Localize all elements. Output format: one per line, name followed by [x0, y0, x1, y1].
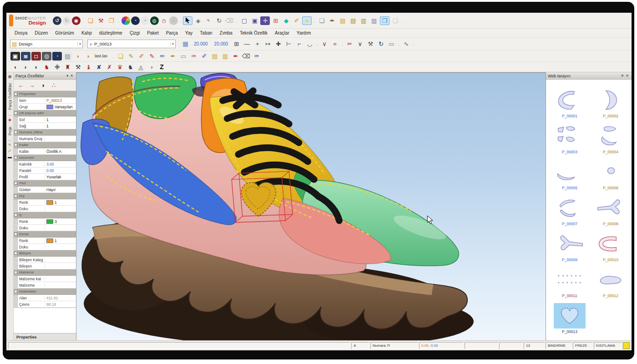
property-value[interactable]: P_00013	[45, 98, 76, 103]
section-header[interactable]: Kenar	[14, 231, 76, 238]
grid-y-value[interactable]: 20.000	[214, 41, 228, 46]
zimba-tee-icon[interactable]: ♛	[115, 63, 125, 71]
thumbnail-shape[interactable]	[554, 231, 586, 257]
zoom-icon[interactable]: ♁	[202, 14, 215, 27]
corner-icon[interactable]: ⌐	[294, 40, 304, 48]
redo-icon[interactable]: ↻	[62, 16, 71, 25]
part-thumbnail-p_00013[interactable]: P_00013	[551, 298, 589, 334]
viewport-3d[interactable]	[76, 72, 546, 340]
team-icon[interactable]: ◍	[42, 52, 51, 61]
part-thumbnail-p_00007[interactable]: P_00007	[551, 190, 589, 226]
nav-forward-icon[interactable]: →	[28, 81, 36, 90]
panel-close-icon[interactable]: ✕	[625, 74, 630, 78]
zimba-claw-icon[interactable]: ♞	[42, 63, 51, 71]
point-grid-icon[interactable]: ⊞	[232, 40, 241, 48]
property-row[interactable]: Renk3	[14, 218, 76, 225]
line-icon[interactable]: —	[242, 40, 252, 48]
add-point-icon[interactable]: +	[253, 40, 262, 48]
knife-icon[interactable]: ✐	[292, 16, 301, 25]
menu-item-ara-lar[interactable]: Araçlar	[271, 30, 293, 35]
status-cell-bindirme[interactable]: BINDIRME	[546, 342, 572, 349]
thumbnail-shape[interactable]	[554, 123, 586, 149]
property-value[interactable]: Varsayılan	[45, 105, 76, 109]
color-swatch[interactable]	[46, 105, 53, 109]
menu-item-g-r-n-m[interactable]: Görünüm	[51, 30, 78, 35]
arc-icon[interactable]: ◡	[305, 40, 314, 48]
pen-blue-icon[interactable]: ✏	[157, 52, 167, 61]
property-row[interactable]: Doku	[14, 225, 76, 231]
doc-cut-icon[interactable]: ▤	[349, 16, 358, 25]
menu-item-z-mba[interactable]: Zımba	[216, 30, 236, 35]
bulb-icon[interactable]: ●	[302, 16, 312, 25]
pencil-green-icon[interactable]: ✎	[8, 143, 12, 147]
menu-item-par-a[interactable]: Parça	[162, 30, 182, 35]
property-row[interactable]: GrupVarsayılan	[14, 104, 76, 110]
section-header[interactable]: çift başına adet	[14, 110, 76, 116]
part-thumbnail-p_00006[interactable]: P_00006	[592, 154, 630, 190]
grid-size-icon[interactable]: ▦	[181, 40, 190, 48]
clock-icon[interactable]: ◷	[160, 16, 168, 25]
property-value[interactable]: 3.00	[45, 162, 76, 167]
zimba-hook2-icon[interactable]: ◗	[21, 63, 30, 71]
color-swatch[interactable]	[46, 219, 53, 224]
new-doc-icon[interactable]: ❏	[317, 16, 327, 25]
abort-icon[interactable]: ◉	[72, 16, 81, 25]
active-part-icon[interactable]: ❒	[380, 16, 389, 25]
render-sphere-icon[interactable]: ◌	[169, 16, 178, 25]
property-value[interactable]: Yuvarlak	[45, 175, 76, 179]
section-header[interactable]: Bileşen	[14, 250, 76, 257]
stamp-pen-icon[interactable]: ✐	[199, 52, 209, 61]
view-2d-icon[interactable]: ▣	[250, 16, 259, 25]
zimba-ball-icon[interactable]: ◑	[147, 63, 156, 71]
gem-icon[interactable]: ◆	[281, 16, 291, 25]
property-row[interactable]: Malzeme kat	[14, 276, 76, 282]
menu-item-yard-m[interactable]: Yardım	[293, 30, 315, 35]
zimba-press-icon[interactable]: ♜	[63, 63, 72, 71]
last-edit-icon[interactable]: ◗	[84, 52, 93, 61]
wave-icon[interactable]: ∿	[401, 40, 411, 48]
zimba-hook3-icon[interactable]: ◗	[31, 63, 41, 71]
zimba-pin-icon[interactable]: ✗	[105, 63, 114, 71]
bluepen-icon[interactable]: ✑	[252, 52, 261, 61]
section-header[interactable]: Ped	[14, 180, 76, 187]
zimba-spin-icon[interactable]: ◬	[136, 63, 146, 71]
section-header[interactable]: İç	[14, 212, 76, 218]
section-header[interactable]: Kalite	[14, 142, 76, 148]
property-row[interactable]: KaliteÖzellik A	[14, 148, 76, 155]
move-icon[interactable]: ◈	[193, 16, 203, 25]
property-row[interactable]: ProfilYuvarlak	[14, 174, 76, 180]
menu-item-yay[interactable]: Yay	[182, 30, 197, 35]
part-thumbnail-p_00002[interactable]: P_00002	[592, 82, 630, 118]
menu-item-taban[interactable]: Taban	[196, 30, 216, 35]
pen-knife-icon[interactable]: ✒	[328, 16, 337, 25]
marker-orange-icon[interactable]: ✐	[136, 52, 146, 61]
menu-item-dosya[interactable]: Dosya	[11, 30, 31, 35]
property-row[interactable]: Bileşen Kateg	[14, 257, 76, 263]
pin-icon[interactable]: ✛	[620, 74, 625, 78]
property-value[interactable]: 98.18	[45, 302, 76, 307]
new-frame-icon[interactable]: ▢	[239, 16, 249, 25]
property-row[interactable]: Numara Gruş	[14, 136, 76, 142]
property-row[interactable]: Doku	[14, 244, 76, 250]
shape-pill-icon[interactable]: ▭	[178, 52, 188, 61]
property-row[interactable]: Kalınlık3.00	[14, 161, 76, 167]
thumbnail-shape[interactable]	[554, 267, 586, 293]
section-header[interactable]: Numara çiftine	[14, 129, 76, 136]
doc-stamp-icon[interactable]: ▨	[369, 16, 379, 25]
flat-view-icon[interactable]: ▨	[63, 52, 72, 61]
thumbnail-shape[interactable]	[554, 159, 586, 185]
last-part-icon[interactable]: ◖	[73, 52, 83, 61]
property-row[interactable]: İsimP_00013	[14, 97, 76, 104]
part-thumbnail-p_00004[interactable]: P_00004	[592, 118, 630, 154]
scissors-icon[interactable]: ✂	[345, 40, 354, 48]
part-selector[interactable]: ◗ P_00013 ▾	[87, 40, 176, 48]
property-row[interactable]: Bileşen	[14, 263, 76, 269]
offset-icon[interactable]: ↻	[376, 40, 386, 48]
menu-item-d-zen[interactable]: Düzen	[31, 30, 51, 35]
selected-thumbnail[interactable]	[554, 303, 586, 329]
property-value[interactable]: 1	[45, 117, 76, 122]
property-row[interactable]: Malzeme	[14, 282, 76, 288]
pen-gold-icon[interactable]: ✒	[168, 52, 177, 61]
property-row[interactable]: Alan411.81	[14, 295, 76, 301]
material-sphere-icon[interactable]: ◔	[131, 16, 140, 25]
